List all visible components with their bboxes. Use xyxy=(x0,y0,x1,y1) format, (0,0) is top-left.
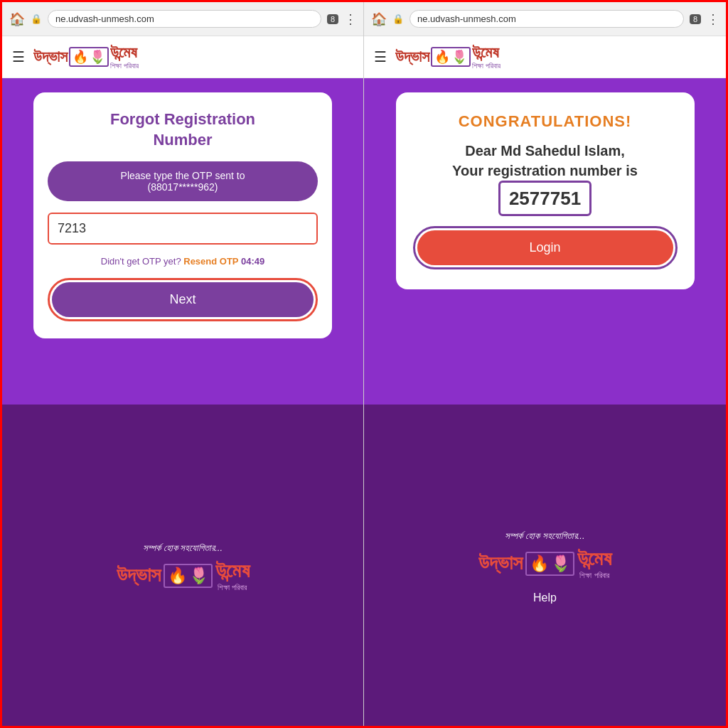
left-panel: 🏠 🔒 ne.udvash-unmesh.com 8 ⋮ ☰ উদ্ভাস 🔥 … xyxy=(2,2,364,728)
next-button[interactable]: Next xyxy=(52,282,314,317)
footer-flame-icon-left: 🔥 xyxy=(168,567,187,585)
app-header-left: ☰ উদ্ভাস 🔥 🌷 উন্মেষ শিক্ষা পরিবার xyxy=(2,36,363,78)
otp-timer: 04:49 xyxy=(241,256,264,267)
footer-tagline-left: সম্পর্ক হোক সহযোগিতার... xyxy=(143,542,223,554)
tulip-icon-right: 🌷 xyxy=(451,49,467,65)
next-button-wrapper: Next xyxy=(48,278,318,321)
footer-unmesh-text-right: উন্মেষ xyxy=(577,547,611,569)
hamburger-icon-right[interactable]: ☰ xyxy=(374,48,387,65)
otp-input[interactable] xyxy=(55,217,311,240)
congrats-message: Dear Md Sahedul Islam, Your registration… xyxy=(413,141,678,216)
login-button-wrapper: Login xyxy=(413,226,678,269)
logo-udvash-text-left: উদ্ভাস xyxy=(33,48,68,66)
footer-subtitle-right: শিক্ষা পরিবার xyxy=(577,571,611,580)
browser-bar-left: 🏠 🔒 ne.udvash-unmesh.com 8 ⋮ xyxy=(2,2,363,36)
congrats-card: CONGRATULATIONS! Dear Md Sahedul Islam, … xyxy=(396,92,695,289)
lock-icon-left: 🔒 xyxy=(31,14,42,24)
logo-left: উদ্ভাস 🔥 🌷 উন্মেষ শিক্ষা পরিবার xyxy=(33,43,139,70)
help-text: Help xyxy=(533,592,557,604)
footer-logo-left: উদ্ভাস 🔥 🌷 উন্মেষ শিক্ষা পরিবার xyxy=(117,560,250,592)
resend-row: Didn't get OTP yet? Resend OTP 04:49 xyxy=(101,256,264,267)
login-button[interactable]: Login xyxy=(417,230,673,265)
page-content-left: Forgot Registration Number Please type t… xyxy=(2,78,363,405)
logo-subtitle-right: শিক্ষা পরিবার xyxy=(472,62,500,70)
page-content-right: CONGRATULATIONS! Dear Md Sahedul Islam, … xyxy=(364,78,726,405)
footer-logo-right: উদ্ভাস 🔥 🌷 উন্মেষ শিক্ষা পরিবার xyxy=(478,547,611,580)
tab-count-left[interactable]: 8 xyxy=(327,14,338,24)
footer-unmesh-text-left: উন্মেষ xyxy=(215,560,250,582)
otp-input-wrapper xyxy=(48,213,318,245)
flame-icon-left: 🔥 xyxy=(73,49,88,65)
dear-name: Dear Md Sahedul Islam, xyxy=(465,143,625,159)
logo-right: উদ্ভাস 🔥 🌷 উন্মেষ শিক্ষা পরিবার xyxy=(395,43,500,70)
logo-udvash-text-right: উদ্ভাস xyxy=(395,48,429,66)
forgot-reg-card: Forgot Registration Number Please type t… xyxy=(33,92,332,338)
menu-dots-left[interactable]: ⋮ xyxy=(344,11,356,27)
footer-subtitle-left: শিক্ষা পরিবার xyxy=(215,583,250,592)
congrats-title: CONGRATULATIONS! xyxy=(459,112,632,131)
logo-unmesh-wrapper-left: উন্মেষ শিক্ষা পরিবার xyxy=(110,43,139,70)
footer-tulip-icon-right: 🌷 xyxy=(551,555,570,573)
footer-right: সম্পর্ক হোক সহযোগিতার... উদ্ভাস 🔥 🌷 উন্ম… xyxy=(364,405,726,729)
lock-icon-right: 🔒 xyxy=(392,14,404,24)
resend-otp-link[interactable]: Resend OTP xyxy=(183,256,241,267)
logo-icon-box-left: 🔥 🌷 xyxy=(69,47,109,67)
right-panel: 🏠 🔒 ne.udvash-unmesh.com 8 ⋮ ☰ উদ্ভাস 🔥 … xyxy=(364,2,726,728)
logo-unmesh-wrapper-right: উন্মেষ শিক্ষা পরিবার xyxy=(472,43,500,70)
footer-left: সম্পর্ক হোক সহযোগিতার... উদ্ভাস 🔥 🌷 উন্ম… xyxy=(2,405,363,729)
tulip-icon-left: 🌷 xyxy=(90,49,105,65)
otp-info-button[interactable]: Please type the OTP sent to (88017*****9… xyxy=(48,161,318,201)
reg-number: 2577751 xyxy=(498,181,592,216)
tab-count-right[interactable]: 8 xyxy=(690,14,701,24)
footer-tulip-icon-left: 🌷 xyxy=(189,567,208,585)
card-title: Forgot Registration Number xyxy=(110,109,255,150)
footer-unmesh-wrapper-left: উন্মেষ শিক্ষা পরিবার xyxy=(215,560,250,592)
app-header-right: ☰ উদ্ভাস 🔥 🌷 উন্মেষ শিক্ষা পরিবার xyxy=(364,36,726,78)
footer-tagline-right: সম্পর্ক হোক সহযোগিতার... xyxy=(505,530,584,542)
footer-udvash-text-right: উদ্ভাস xyxy=(478,552,523,575)
home-icon-left[interactable]: 🏠 xyxy=(9,11,25,27)
hamburger-icon-left[interactable]: ☰ xyxy=(12,48,25,65)
footer-icon-box-left: 🔥 🌷 xyxy=(164,564,213,588)
home-icon-right[interactable]: 🏠 xyxy=(371,11,387,27)
url-bar-left[interactable]: ne.udvash-unmesh.com xyxy=(48,10,321,28)
logo-unmesh-text-right: উন্মেষ xyxy=(472,43,499,61)
logo-icon-box-right: 🔥 🌷 xyxy=(431,47,471,67)
footer-icon-box-right: 🔥 🌷 xyxy=(525,552,574,576)
menu-dots-right[interactable]: ⋮ xyxy=(707,11,719,27)
logo-subtitle-left: শিক্ষা পরিবার xyxy=(110,62,139,70)
reg-message: Your registration number is xyxy=(452,163,638,178)
url-bar-right[interactable]: ne.udvash-unmesh.com xyxy=(410,10,684,28)
browser-bar-right: 🏠 🔒 ne.udvash-unmesh.com 8 ⋮ xyxy=(364,2,726,36)
footer-udvash-text-left: উদ্ভাস xyxy=(117,564,161,587)
footer-flame-icon-right: 🔥 xyxy=(530,555,549,573)
flame-icon-right: 🔥 xyxy=(434,49,450,65)
footer-unmesh-wrapper-right: উন্মেষ শিক্ষা পরিবার xyxy=(577,547,611,580)
logo-unmesh-text-left: উন্মেষ xyxy=(110,43,137,61)
resend-prefix: Didn't get OTP yet? xyxy=(101,256,181,267)
